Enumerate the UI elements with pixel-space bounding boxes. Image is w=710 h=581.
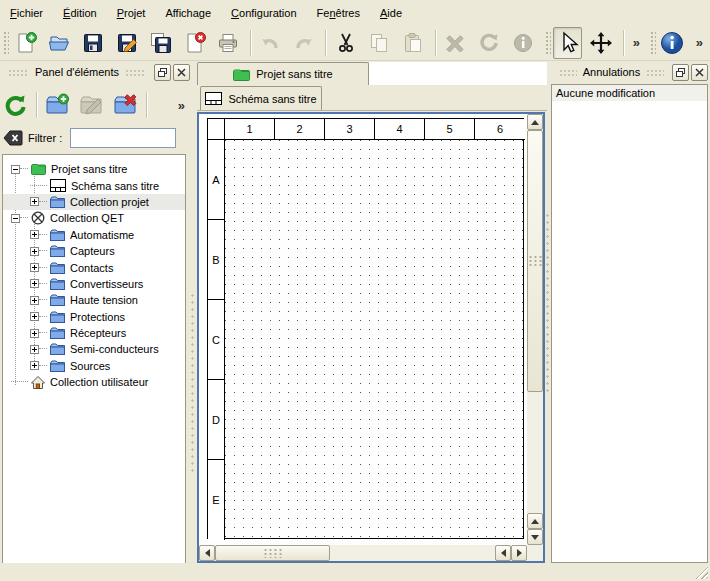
tree-item-semi-conducteurs[interactable]: Semi-conducteurs [3,341,185,357]
expand-toggle[interactable] [30,312,39,321]
expand-toggle[interactable] [30,345,39,354]
filter-input[interactable] [70,128,176,148]
toolbar-drag-handle[interactable] [2,30,9,56]
tree-item-automatisme[interactable]: Automatisme [3,227,185,243]
expand-toggle[interactable] [30,329,39,338]
info-button[interactable] [508,27,537,59]
toolbar-overflow-chevron[interactable]: » [692,35,707,50]
delete-button[interactable] [441,27,470,59]
dock-close-button[interactable] [691,64,708,81]
expand-toggle[interactable] [30,197,39,206]
folder-blue-icon [50,229,65,241]
schema-canvas[interactable]: 123456 ABCDE [199,114,527,545]
expand-toggle[interactable] [30,296,39,305]
print-button[interactable] [214,27,243,59]
redo-icon [292,31,316,55]
selection-tool-button[interactable] [553,27,582,59]
new-category-button[interactable] [42,90,72,120]
undo-button[interactable] [256,27,285,59]
horizontal-scroll-thumb[interactable] [215,545,330,561]
folder-blue-icon [50,196,65,208]
grid-column-4: 4 [375,119,425,140]
left-splitter[interactable] [188,62,197,581]
menu-configuration[interactable]: Configuration [221,3,306,23]
dock-texture [559,69,577,76]
close-document-button[interactable] [180,27,209,59]
menu-fenetres[interactable]: Fenêtres [307,3,370,23]
panel-toolbar-overflow-chevron[interactable]: » [174,98,189,113]
toolbar-drag-handle[interactable] [649,30,656,56]
scroll-left-button-2[interactable] [495,545,511,561]
toolbar-overflow-chevron[interactable]: » [629,35,644,50]
tree-item-label: Protections [70,311,125,323]
copy-button[interactable] [365,27,394,59]
save-button[interactable] [79,27,108,59]
dock-float-button[interactable] [154,64,171,81]
menu-affichage[interactable]: Affichage [155,3,221,23]
move-tool-button[interactable] [587,27,616,59]
tree-item-convertisseurs[interactable]: Convertisseurs [3,276,185,292]
tree-item-haute-tension[interactable]: Haute tension [3,292,185,308]
tree-item-projet-sans-titre[interactable]: Projet sans titre [3,161,185,177]
dock-float-button[interactable] [672,64,689,81]
save-all-button[interactable] [146,27,175,59]
tree-item-schema-sans-titre[interactable]: Schéma sans titre [3,177,185,193]
redo-button[interactable] [290,27,319,59]
menu-projet[interactable]: Projet [107,3,156,23]
tree-item-protections[interactable]: Protections [3,309,185,325]
annulations-panel: Annulations Aucune modification [551,62,710,581]
tab-schema[interactable]: Schéma sans titre [200,86,322,110]
scroll-up-button[interactable] [527,114,543,130]
tree-item-recepteurs[interactable]: Récepteurs [3,325,185,341]
folder-blue-icon [50,311,65,323]
edit-category-button[interactable] [76,90,106,120]
expand-toggle[interactable] [30,230,39,239]
save-as-button[interactable] [113,27,142,59]
dock-texture [646,69,664,76]
info-blue-button[interactable] [658,27,687,59]
vertical-scroll-thumb[interactable] [527,130,543,392]
folder-blue-icon [50,294,65,306]
reload-collections-button[interactable] [0,90,30,120]
expand-toggle[interactable] [30,247,39,256]
window-resize-grip[interactable] [695,566,708,579]
scroll-left-button[interactable] [199,545,215,561]
tree-item-contacts[interactable]: Contacts [3,259,185,275]
clear-filter-button[interactable] [2,128,24,148]
right-splitter[interactable] [543,62,551,581]
tree-item-capteurs[interactable]: Capteurs [3,243,185,259]
elements-panel-header[interactable]: Panel d'éléments [0,62,192,82]
tree-item-sources[interactable]: Sources [3,358,185,374]
tab-project[interactable]: Projet sans titre [197,62,369,85]
new-document-button[interactable] [11,27,40,59]
open-document-button[interactable] [45,27,74,59]
save-as-icon [115,31,139,55]
expand-toggle[interactable] [30,263,39,272]
paste-button[interactable] [399,27,428,59]
annulations-panel-header[interactable]: Annulations [551,62,710,82]
scroll-right-button[interactable] [511,545,527,561]
filter-label: Filtrer : [28,132,62,144]
menu-aide[interactable]: Aide [370,3,412,23]
collapse-toggle[interactable] [11,214,20,223]
main-toolbar: » » [0,25,710,61]
menu-fichier[interactable]: Fichier [0,3,53,23]
horizontal-scrollbar[interactable] [199,545,527,561]
tree-item-collection-qet[interactable]: Collection QET [3,210,185,226]
cut-button[interactable] [331,27,360,59]
rotate-button[interactable] [474,27,503,59]
reload-icon [2,92,28,118]
scroll-up-button-2[interactable] [527,513,543,529]
vertical-scrollbar[interactable] [527,114,543,545]
undo-history-list[interactable]: Aucune modification [551,84,708,563]
tree-item-collection-projet[interactable]: Collection projet [3,194,185,210]
undo-icon [258,31,282,55]
toolbar-drag-handle[interactable] [544,30,551,56]
collapse-toggle[interactable] [11,165,20,174]
expand-toggle[interactable] [30,279,39,288]
delete-category-button[interactable] [110,90,140,120]
scroll-down-button[interactable] [527,529,543,545]
tree-item-collection-utilisateur[interactable]: Collection utilisateur [3,374,185,390]
menu-edition[interactable]: Édition [53,3,107,23]
expand-toggle[interactable] [30,361,39,370]
